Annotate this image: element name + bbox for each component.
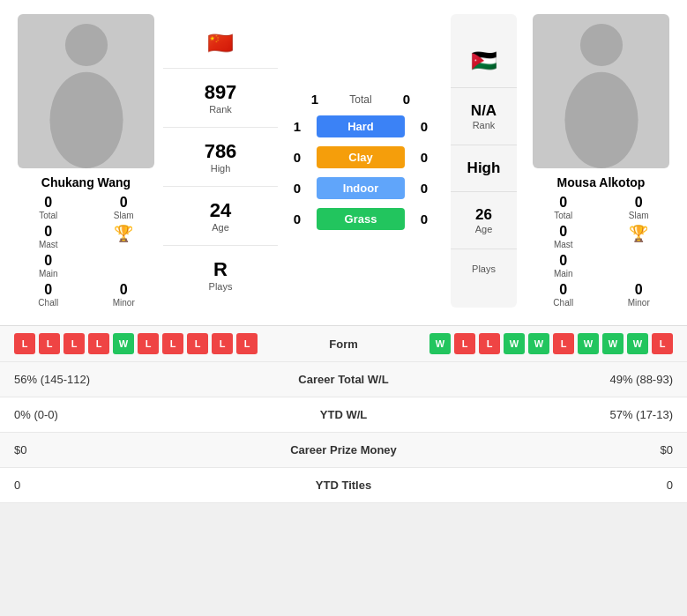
match-clay-row: 0 Clay 0 (287, 146, 435, 168)
player1-rank-block: 897 Rank (163, 69, 278, 128)
player2-rank-value: N/A (451, 102, 517, 120)
player2-minor-value: 0 (635, 282, 643, 298)
player2-card: Mousa Alkotop 0 Total 0 Slam 0 Mast 🏆 (524, 14, 678, 308)
player2-chall-label: Chall (553, 298, 573, 308)
player2-mast-label: Mast (554, 240, 573, 249)
player1-flag-block: 🇨🇳 (163, 19, 278, 69)
player1-form-badges: LLLLWLLLLL (14, 333, 258, 354)
player2-minor-label: Minor (628, 298, 650, 308)
player1-form-badge: L (88, 333, 109, 354)
player1-plays-block: R Plays (163, 246, 278, 304)
player1-rank-value: 897 (163, 81, 278, 104)
player1-total-group: 0 Total (16, 195, 81, 220)
player2-stats: 0 Total 0 Slam 0 Mast 🏆 0 Main (524, 195, 678, 308)
form-row: LLLLWLLLLL Form WLLWWLWWWL (0, 326, 687, 362)
player1-prize: $0 (14, 443, 234, 456)
player1-trophy-icon: 🏆 (114, 224, 133, 243)
match-grass-row: 0 Grass 0 (287, 208, 435, 230)
player1-minor-group: 0 Minor (92, 282, 157, 308)
player2-high-block: High (451, 145, 517, 192)
player1-mast-group: 0 Mast (16, 224, 81, 249)
player1-titles: 0 (14, 479, 234, 492)
match-indoor-left: 0 (287, 181, 308, 196)
player1-minor-value: 0 (120, 282, 128, 298)
player1-form-badge: L (39, 333, 60, 354)
player2-plays-label: Plays (451, 263, 517, 274)
player1-high-value: 786 (163, 140, 278, 163)
player1-total-label: Total (39, 211, 57, 220)
match-grass-right: 0 (414, 212, 435, 226)
player1-slam-group: 0 Slam (92, 195, 157, 220)
match-clay-right: 0 (414, 150, 435, 165)
player1-chall-label: Chall (38, 298, 58, 308)
career-wl-row: 56% (145-112) Career Total W/L 49% (88-9… (0, 362, 687, 397)
match-hard-row: 1 Hard 0 (287, 115, 435, 137)
player2-form-badge: W (578, 333, 599, 354)
player2-rank-label: Rank (451, 120, 517, 130)
player2-high-value: High (451, 160, 517, 177)
player2-ytd-wl: 57% (17-13) (453, 408, 673, 421)
player2-center-stats: 🇯🇴 N/A Rank High 26 Age Plays (451, 14, 517, 308)
player2-age-label: Age (451, 224, 517, 234)
player1-name: Chukang Wang (41, 175, 131, 189)
player1-main-value: 0 (44, 253, 52, 269)
player2-titles: 0 (453, 479, 673, 492)
player1-slam-label: Slam (114, 211, 134, 220)
player2-form-badge: W (504, 333, 525, 354)
match-total-right: 0 (396, 92, 417, 107)
svg-point-0 (64, 24, 107, 66)
player2-chall-group: 0 Chall (531, 282, 596, 308)
titles-label: YTD Titles (234, 479, 453, 492)
prize-row: $0 Career Prize Money $0 (0, 433, 687, 468)
player1-slam-value: 0 (120, 195, 128, 211)
player1-chall-value: 0 (44, 282, 52, 298)
player2-slam-value: 0 (635, 195, 643, 211)
player1-plays-label: Plays (163, 281, 278, 292)
player1-career-wl: 56% (145-112) (14, 373, 234, 386)
match-clay-left: 0 (287, 150, 308, 165)
player1-mast-label: Mast (39, 240, 58, 249)
player1-center-stats: 🇨🇳 897 Rank 786 High 24 Age R Plays (163, 14, 278, 308)
player2-slam-group: 0 Slam (607, 195, 672, 220)
ytd-wl-row: 0% (0-0) YTD W/L 57% (17-13) (0, 397, 687, 433)
player2-trophy-group: 🏆 (607, 224, 672, 249)
player2-form-badge: L (553, 333, 574, 354)
player1-total-value: 0 (44, 195, 52, 211)
match-total-label: Total (334, 93, 387, 106)
player2-form-badge: W (602, 333, 624, 354)
player2-total-group: 0 Total (531, 195, 596, 220)
player1-trophy-group: 🏆 (92, 224, 157, 249)
player1-form-badge: L (138, 333, 159, 354)
player2-form-badge: W (528, 333, 549, 354)
player1-form-badge: W (113, 333, 134, 354)
match-grass-left: 0 (287, 212, 308, 226)
player2-trophy-icon: 🏆 (629, 224, 648, 243)
player2-slam-label: Slam (629, 211, 649, 220)
player2-avatar (533, 14, 669, 168)
player2-total-label: Total (554, 211, 572, 220)
titles-row: 0 YTD Titles 0 (0, 468, 687, 503)
player2-flag-block: 🇯🇴 (451, 34, 517, 88)
svg-point-3 (564, 72, 638, 168)
match-stats: 1 Total 0 1 Hard 0 0 Clay 0 0 Indoor 0 (278, 14, 444, 308)
player2-name: Mousa Alkotop (557, 175, 646, 189)
form-label: Form (258, 338, 429, 351)
player1-flag: 🇨🇳 (207, 31, 234, 55)
match-clay-btn: Clay (317, 146, 405, 168)
match-total-left: 1 (304, 92, 325, 107)
ytd-wl-label: YTD W/L (234, 408, 453, 421)
player1-main-label: Main (39, 269, 58, 278)
player2-main-label: Main (554, 269, 573, 278)
player2-age-block: 26 Age (451, 192, 517, 249)
player1-high-label: High (163, 163, 278, 174)
player2-form-badge: L (479, 333, 500, 354)
player1-form-badge: L (14, 333, 35, 354)
svg-point-2 (579, 24, 622, 66)
player1-main2-group: 0 Main (16, 253, 81, 278)
player2-chall-value: 0 (559, 282, 567, 298)
match-hard-btn: Hard (317, 115, 405, 137)
player1-age-value: 24 (163, 199, 278, 222)
player1-age-block: 24 Age (163, 187, 278, 246)
player1-high-block: 786 High (163, 128, 278, 187)
player1-card: Chukang Wang 0 Total 0 Slam 0 Mast 🏆 (9, 14, 163, 308)
